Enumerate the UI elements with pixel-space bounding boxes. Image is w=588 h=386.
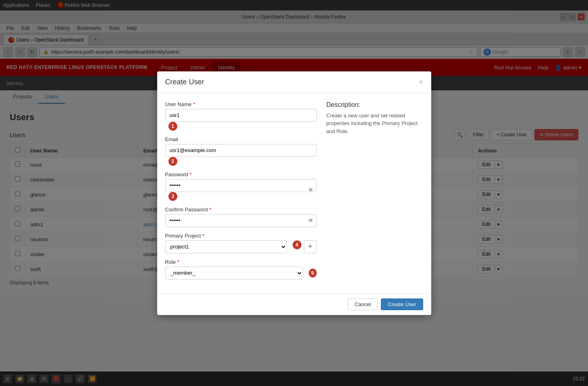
step-1-badge: 1 [168, 122, 177, 131]
toggle-confirm-button[interactable]: 👁 [308, 217, 314, 224]
step-5-badge: 5 [309, 269, 317, 278]
description-title: Description: [326, 101, 423, 108]
confirm-required: * [209, 207, 211, 213]
cancel-button[interactable]: Cancel [348, 298, 378, 310]
role-group: Role * _member_ 5 [165, 259, 317, 280]
modal-header: Create User × [157, 71, 431, 93]
modal-footer: Cancel Create User [157, 293, 431, 315]
role-required: * [177, 259, 179, 265]
confirm-password-input[interactable] [165, 214, 317, 227]
password-input[interactable] [165, 179, 317, 192]
add-project-button[interactable]: + [304, 240, 317, 253]
primary-project-group: Primary Project * project1 4 + [165, 233, 317, 253]
step-4-badge: 4 [293, 240, 301, 249]
modal-overlay: Create User × User Name * 1 [0, 0, 588, 386]
confirm-password-label: Confirm Password * [165, 207, 317, 213]
create-user-modal: Create User × User Name * 1 [157, 71, 431, 315]
toggle-password-button[interactable]: 👁 [308, 187, 314, 193]
modal-description: Description: Create a new user and set r… [326, 101, 423, 285]
email-group: Email 2 [165, 136, 317, 166]
role-label: Role * [165, 259, 317, 265]
password-required: * [189, 171, 191, 177]
create-user-confirm-button[interactable]: Create User [381, 298, 423, 310]
username-group: User Name * 1 [165, 101, 317, 131]
modal-body: User Name * 1 Email 2 [157, 93, 431, 293]
password-label: Password * [165, 171, 317, 177]
confirm-password-group: Confirm Password * 👁 [165, 207, 317, 227]
email-label: Email [165, 136, 317, 142]
password-group: Password * 👁 3 [165, 171, 317, 201]
modal-close-button[interactable]: × [419, 78, 423, 86]
username-input[interactable] [165, 109, 317, 122]
role-select[interactable]: _member_ [165, 267, 303, 280]
primary-project-select[interactable]: project1 [165, 240, 287, 253]
description-text: Create a new user and set related proper… [326, 112, 423, 136]
username-label: User Name * [165, 101, 317, 107]
modal-form: User Name * 1 Email 2 [165, 101, 317, 285]
step-3-badge: 3 [168, 192, 177, 201]
step-2-badge: 2 [168, 157, 177, 166]
email-input[interactable] [165, 144, 317, 157]
primary-project-label: Primary Project * [165, 233, 317, 239]
username-required: * [193, 101, 195, 107]
modal-title: Create User [165, 78, 204, 86]
project-required: * [202, 233, 204, 239]
